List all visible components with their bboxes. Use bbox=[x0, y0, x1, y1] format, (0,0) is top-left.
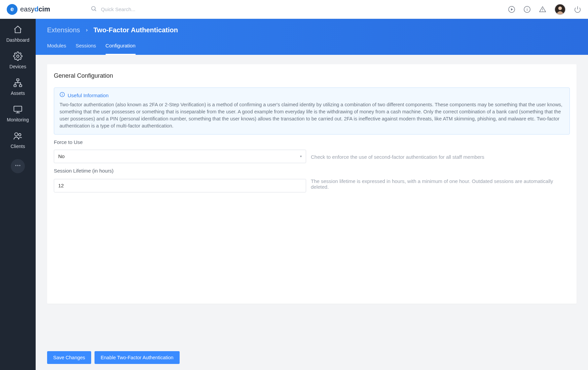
svg-point-10 bbox=[558, 6, 562, 10]
tab-configuration[interactable]: Configuration bbox=[106, 43, 136, 55]
svg-rect-15 bbox=[20, 85, 22, 87]
alert-icon[interactable] bbox=[539, 6, 546, 13]
svg-rect-16 bbox=[14, 106, 22, 111]
topbar-actions bbox=[508, 4, 581, 15]
svg-point-21 bbox=[15, 165, 16, 166]
users-icon bbox=[13, 131, 23, 142]
sidebar-item-assets[interactable]: Assets bbox=[11, 78, 25, 96]
enable-2fa-button[interactable]: Enable Two-Factor Authentication bbox=[95, 351, 180, 364]
sidebar-item-label: Monitoring bbox=[7, 117, 29, 122]
sidebar-item-clients[interactable]: Clients bbox=[11, 131, 25, 149]
svg-line-1 bbox=[95, 10, 96, 11]
svg-point-22 bbox=[17, 165, 18, 166]
sidebar-item-label: Assets bbox=[11, 90, 25, 96]
force-to-use-label: Force to Use bbox=[54, 139, 570, 145]
ellipsis-icon bbox=[14, 162, 21, 170]
tab-sessions[interactable]: Sessions bbox=[76, 43, 96, 55]
power-icon[interactable] bbox=[574, 6, 581, 13]
sidebar-item-monitoring[interactable]: Monitoring bbox=[7, 105, 29, 122]
alert-title: Useful Information bbox=[68, 92, 109, 99]
force-to-use-select[interactable]: No ▾ bbox=[54, 150, 306, 163]
tab-modules[interactable]: Modules bbox=[47, 43, 66, 55]
main: Extensions Two-Factor Authentication Mod… bbox=[36, 19, 588, 370]
chevron-right-icon bbox=[85, 26, 89, 34]
search-icon bbox=[90, 5, 97, 13]
chevron-down-icon: ▾ bbox=[300, 154, 302, 158]
content-area: General Configuration Useful Information… bbox=[36, 55, 588, 370]
panel-title: General Configuration bbox=[54, 72, 570, 79]
session-lifetime-help: The session lifetime is expressed in hou… bbox=[311, 178, 570, 193]
avatar[interactable] bbox=[554, 4, 566, 15]
network-icon bbox=[13, 78, 23, 88]
tab-bar: Modules Sessions Configuration bbox=[47, 43, 577, 55]
info-icon[interactable] bbox=[523, 6, 531, 13]
save-button[interactable]: Save Changes bbox=[47, 351, 91, 364]
monitor-icon bbox=[13, 105, 23, 115]
sidebar: Dashboard Devices Assets Monitoring Clie… bbox=[0, 19, 36, 370]
home-icon bbox=[13, 25, 23, 35]
play-icon[interactable] bbox=[508, 6, 515, 13]
sidebar-item-devices[interactable]: Devices bbox=[9, 51, 26, 69]
svg-point-6 bbox=[527, 8, 527, 8]
svg-rect-14 bbox=[14, 85, 16, 87]
svg-point-12 bbox=[16, 55, 19, 58]
sidebar-item-dashboard[interactable]: Dashboard bbox=[6, 25, 30, 43]
svg-point-26 bbox=[62, 93, 63, 94]
sidebar-more-button[interactable] bbox=[11, 159, 25, 173]
session-lifetime-input[interactable] bbox=[54, 179, 306, 192]
action-bar: Save Changes Enable Two-Factor Authentic… bbox=[47, 351, 180, 364]
sidebar-item-label: Clients bbox=[11, 144, 25, 149]
search-input[interactable] bbox=[101, 6, 209, 12]
svg-point-0 bbox=[91, 6, 95, 10]
select-value: No bbox=[58, 153, 65, 159]
alert-body: Two-factor authentication (also known as… bbox=[60, 101, 564, 130]
svg-point-20 bbox=[19, 134, 21, 136]
brand-text: easydcim bbox=[20, 5, 50, 13]
brand-logo[interactable]: e easydcim bbox=[7, 4, 50, 15]
svg-point-19 bbox=[15, 133, 18, 136]
sidebar-item-label: Dashboard bbox=[6, 37, 30, 43]
brand-mark-icon: e bbox=[7, 4, 17, 15]
svg-point-23 bbox=[19, 165, 20, 166]
info-alert: Useful Information Two-factor authentica… bbox=[54, 87, 570, 135]
sidebar-item-label: Devices bbox=[9, 64, 26, 69]
breadcrumb-root[interactable]: Extensions bbox=[47, 26, 80, 34]
breadcrumb: Extensions Two-Factor Authentication bbox=[47, 26, 577, 34]
svg-rect-13 bbox=[16, 79, 19, 81]
info-circle-icon bbox=[60, 92, 65, 99]
config-panel: General Configuration Useful Information… bbox=[47, 64, 577, 304]
topbar: e easydcim bbox=[0, 0, 588, 19]
svg-point-8 bbox=[542, 10, 543, 11]
page-header: Extensions Two-Factor Authentication Mod… bbox=[36, 19, 588, 55]
global-search[interactable] bbox=[90, 5, 209, 13]
breadcrumb-current: Two-Factor Authentication bbox=[94, 26, 178, 34]
session-lifetime-label: Session Lifetime (in hours) bbox=[54, 168, 570, 174]
svg-marker-3 bbox=[511, 8, 513, 10]
force-to-use-help: Check to enforce the use of second-facto… bbox=[311, 154, 484, 163]
gear-icon bbox=[13, 51, 23, 62]
